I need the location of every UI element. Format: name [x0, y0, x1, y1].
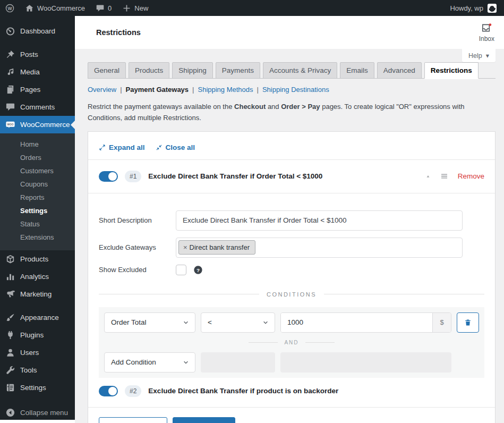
restriction-1-fields: Short Description Exclude Gateways × Dir…	[99, 210, 484, 275]
delete-condition-button[interactable]	[457, 312, 479, 333]
sidebar-item-marketing[interactable]: Marketing	[0, 285, 75, 303]
tag-remove-icon[interactable]: ×	[183, 243, 187, 251]
sidebar-item-posts[interactable]: Posts	[0, 46, 75, 63]
restrictions-subnav: Overview | Payment Gateways | Shipping M…	[88, 86, 496, 94]
restriction-1-title[interactable]: Exclude Direct Bank Transfer if Order To…	[148, 172, 322, 180]
sidebar-item-tools[interactable]: Tools	[0, 361, 75, 379]
submenu-item-coupons[interactable]: Coupons	[0, 177, 75, 191]
submenu-item-orders[interactable]: Orders	[0, 151, 75, 164]
expand-icon	[99, 144, 106, 151]
sidebar-item-pages[interactable]: Pages	[0, 81, 75, 98]
sidebar-item-plugins[interactable]: Plugins	[0, 326, 75, 344]
submenu-item-home[interactable]: Home	[0, 138, 75, 151]
divider	[88, 159, 495, 160]
short-description-input[interactable]	[176, 210, 463, 231]
howdy-text: Howdy, wp	[450, 4, 483, 12]
short-description-label: Short Description	[99, 216, 176, 224]
media-icon	[5, 67, 15, 77]
submenu-item-settings[interactable]: Settings	[0, 204, 75, 217]
sidebar-item-appearance[interactable]: Appearance	[0, 309, 75, 326]
sidebar-item-collapse-menu[interactable]: Collapse menu	[0, 404, 75, 421]
collapse-arrow-icon	[5, 408, 15, 418]
help-dropdown-button[interactable]: Help ▾	[462, 49, 496, 62]
pushpin-icon	[5, 49, 15, 60]
tag-label: Direct bank transfer	[190, 243, 250, 251]
sidebar-item-products[interactable]: Products	[0, 250, 75, 268]
woocommerce-badge-icon: WOO	[5, 120, 15, 130]
caret-down-icon: ▾	[486, 52, 489, 60]
submenu-item-customers[interactable]: Customers	[0, 164, 75, 177]
help-tooltip-icon[interactable]: ?	[193, 265, 203, 275]
sidebar-item-label: Marketing	[20, 290, 52, 299]
site-name-menu[interactable]: WooCommerce	[20, 0, 90, 16]
tab-advanced[interactable]: Advanced	[377, 62, 422, 79]
restriction-1-toggle[interactable]	[99, 171, 118, 182]
sidebar-item-label: Tools	[20, 366, 37, 375]
expand-all-link[interactable]: Expand all	[99, 143, 145, 151]
short-description-row: Short Description	[99, 210, 484, 231]
submenu-item-reports[interactable]: Reports	[0, 191, 75, 204]
tab-general[interactable]: General	[88, 62, 126, 79]
restriction-2-title[interactable]: Exclude Direct Bank Transfer if product …	[148, 387, 338, 395]
tab-payments[interactable]: Payments	[216, 62, 260, 79]
svg-text:W: W	[7, 5, 12, 11]
sidebar-item-users[interactable]: Users	[0, 344, 75, 361]
condition-field-select[interactable]: Order Total	[104, 312, 195, 333]
comment-bubble-icon	[5, 102, 15, 112]
comments-count: 0	[108, 4, 112, 12]
remove-restriction-link[interactable]: Remove	[458, 172, 484, 180]
add-condition-select[interactable]: Add Condition	[104, 352, 195, 373]
gateway-tag: × Direct bank transfer	[178, 240, 255, 255]
save-changes-button[interactable]: Save changes	[173, 417, 235, 423]
panel-buttons: Add Restriction Save changes	[99, 417, 484, 423]
condition-value-input[interactable]	[281, 313, 432, 332]
sidebar-item-label: Media	[20, 67, 40, 77]
comments-menu[interactable]: 0	[90, 0, 117, 16]
sidebar-item-media[interactable]: Media	[0, 63, 75, 81]
sidebar-item-label: Plugins	[20, 331, 44, 340]
wp-logo-menu[interactable]: W	[0, 0, 20, 16]
exclude-gateways-input[interactable]: × Direct bank transfer	[176, 238, 463, 258]
subnav-shipping-destinations[interactable]: Shipping Destinations	[262, 86, 329, 94]
tab-products[interactable]: Products	[129, 62, 169, 79]
subnav-shipping-methods[interactable]: Shipping Methods	[198, 86, 253, 94]
sidebar-item-analytics[interactable]: Analytics	[0, 268, 75, 285]
tab-accounts-privacy[interactable]: Accounts & Privacy	[263, 62, 337, 79]
conditions-heading: CONDITIONS	[99, 291, 484, 298]
page-title: Restrictions	[96, 28, 141, 37]
svg-text:WOO: WOO	[7, 123, 14, 126]
my-account-menu[interactable]: Howdy, wp	[450, 4, 504, 13]
submenu-item-status[interactable]: Status	[0, 217, 75, 231]
megaphone-icon	[5, 289, 15, 299]
subnav-separator: |	[257, 86, 259, 94]
add-restriction-button[interactable]: Add Restriction	[99, 417, 167, 423]
sidebar-item-settings[interactable]: Settings	[0, 379, 75, 396]
collapse-triangle-icon[interactable]	[425, 174, 431, 179]
submenu-item-extensions[interactable]: Extensions	[0, 231, 75, 244]
restriction-2-toggle[interactable]	[99, 386, 118, 396]
drag-handle-icon[interactable]	[440, 172, 449, 181]
sidebar-item-label: Analytics	[20, 272, 49, 281]
conditions-panel: Order Total < $	[99, 307, 484, 378]
new-content-menu[interactable]: New	[117, 0, 153, 16]
restrictions-panel: Expand all Close all #1 Exclude Direct B…	[88, 131, 496, 423]
inbox-button[interactable]: Inbox	[479, 22, 494, 43]
chevron-down-icon	[182, 319, 190, 326]
tab-shipping[interactable]: Shipping	[172, 62, 213, 79]
close-all-link[interactable]: Close all	[156, 143, 195, 151]
tab-emails[interactable]: Emails	[340, 62, 374, 79]
comment-bubble-icon	[96, 4, 105, 13]
currency-suffix: $	[432, 313, 451, 332]
sidebar-item-dashboard[interactable]: Dashboard	[0, 22, 75, 40]
subnav-payment-gateways[interactable]: Payment Gateways	[126, 86, 189, 94]
dashboard-icon	[5, 26, 15, 36]
sidebar-item-comments[interactable]: Comments	[0, 98, 75, 116]
collapse-icon	[156, 144, 163, 151]
show-excluded-checkbox[interactable]	[176, 265, 186, 275]
subnav-overview[interactable]: Overview	[88, 86, 116, 94]
condition-operator-select[interactable]: <	[201, 312, 275, 333]
chevron-down-icon	[262, 319, 269, 326]
tab-restrictions[interactable]: Restrictions	[424, 62, 479, 79]
sidebar-item-label: Pages	[20, 85, 40, 94]
sidebar-item-woocommerce[interactable]: WOO WooCommerce	[0, 116, 75, 133]
